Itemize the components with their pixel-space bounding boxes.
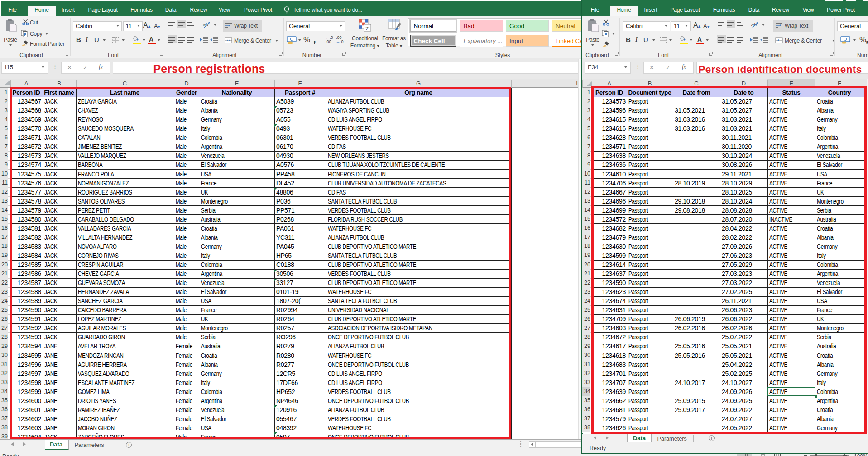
svg-text:≠: ≠	[365, 25, 369, 32]
